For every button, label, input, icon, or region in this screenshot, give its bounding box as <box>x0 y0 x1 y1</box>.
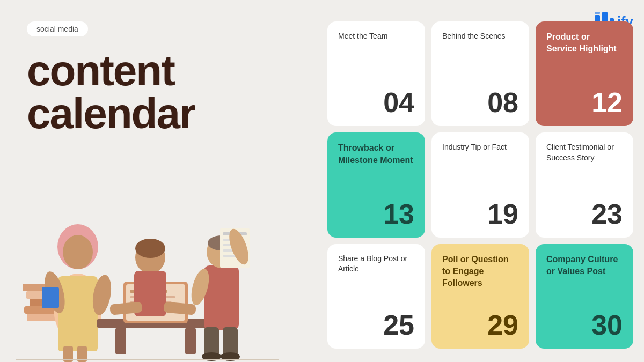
svg-rect-18 <box>185 328 196 354</box>
card-title-poll-question: Poll or Question to Engage Followers <box>442 254 518 290</box>
card-title-behind-scenes: Behind the Scenes <box>442 31 518 42</box>
card-number-product-highlight: 12 <box>546 88 623 116</box>
card-share-blog[interactable]: Share a Blog Post or Article 25 <box>327 244 425 349</box>
card-meet-team[interactable]: Meet the Team 04 <box>327 21 425 126</box>
card-throwback[interactable]: Throwback or Milestone Moment 13 <box>327 132 425 237</box>
svg-rect-13 <box>58 319 98 351</box>
illustration <box>16 169 279 362</box>
card-number-behind-scenes: 08 <box>442 88 518 116</box>
card-title-company-culture: Company Culture or Values Post <box>546 254 623 278</box>
svg-rect-42 <box>223 327 238 357</box>
svg-point-26 <box>135 239 165 258</box>
card-title-client-testimonial: Client Testimonial or Success Story <box>546 142 623 163</box>
svg-point-9 <box>63 235 93 269</box>
svg-rect-30 <box>204 265 239 330</box>
card-title-industry-tip: Industry Tip or Fact <box>442 142 518 153</box>
content-grid: Meet the Team 04 Behind the Scenes 08 Pr… <box>327 21 633 349</box>
badge-label: social media <box>36 25 78 33</box>
card-number-industry-tip: 19 <box>442 200 518 228</box>
card-poll-question[interactable]: Poll or Question to Engage Followers 29 <box>431 244 529 349</box>
card-title-throwback: Throwback or Milestone Moment <box>338 142 414 166</box>
card-title-share-blog: Share a Blog Post or Article <box>338 254 414 275</box>
card-number-poll-question: 29 <box>442 311 518 339</box>
left-section: social media content calendar <box>0 0 290 362</box>
card-behind-scenes[interactable]: Behind the Scenes 08 <box>431 21 529 126</box>
svg-rect-41 <box>204 327 219 357</box>
card-title-product-highlight: Product or Service Highlight <box>546 31 623 55</box>
card-title-meet-team: Meet the Team <box>338 31 414 42</box>
card-company-culture[interactable]: Company Culture or Values Post 30 <box>536 244 633 349</box>
card-number-throwback: 13 <box>338 200 414 228</box>
card-product-highlight[interactable]: Product or Service Highlight 12 <box>536 21 633 126</box>
card-number-share-blog: 25 <box>338 311 414 339</box>
svg-rect-49 <box>595 12 600 14</box>
card-number-company-culture: 30 <box>546 311 623 339</box>
svg-rect-12 <box>42 287 59 308</box>
social-media-badge: social media <box>27 21 88 36</box>
title-line2: calendar <box>27 92 268 135</box>
svg-rect-17 <box>115 328 126 354</box>
card-number-client-testimonial: 23 <box>546 200 623 228</box>
card-industry-tip[interactable]: Industry Tip or Fact 19 <box>431 132 529 237</box>
card-client-testimonial[interactable]: Client Testimonial or Success Story 23 <box>536 132 633 237</box>
card-number-meet-team: 04 <box>338 88 414 116</box>
main-title: content calendar <box>27 49 268 135</box>
title-line1: content <box>27 49 268 92</box>
